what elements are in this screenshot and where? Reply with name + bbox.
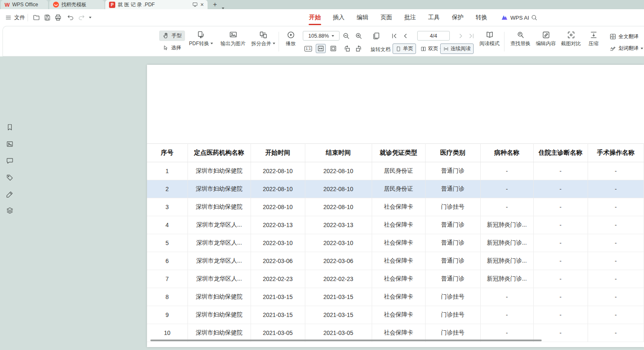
table-cell: 新冠肺炎门诊...: [480, 234, 533, 252]
undo-history-button[interactable]: [87, 13, 94, 22]
page-indicator-input[interactable]: 4/4: [417, 31, 450, 41]
new-tab-button[interactable]: +: [211, 0, 218, 9]
svg-text:A: A: [611, 35, 613, 38]
table-cell: -: [588, 288, 644, 306]
tab-convert[interactable]: 转换: [476, 9, 487, 26]
window-tab-docer[interactable]: 找稻壳模板: [49, 0, 104, 9]
tab-close-button[interactable]: ×: [200, 2, 204, 8]
tab-tools[interactable]: 工具: [428, 9, 440, 26]
table-row[interactable]: 5深圳市龙华区人...2022-03-102022-03-10社会保障卡普通门诊…: [147, 234, 644, 252]
hand-tool-button[interactable]: 手型: [159, 31, 185, 41]
wps-ai-button[interactable]: WPS AI: [499, 9, 531, 26]
print-button[interactable]: [53, 13, 63, 22]
tab-comment[interactable]: 批注: [404, 9, 416, 26]
sidebar-tags-button[interactable]: [5, 173, 14, 182]
table-row[interactable]: 7深圳市龙华区人...2022-02-232022-02-23社会保障卡普通门诊…: [147, 270, 644, 288]
tab-insert[interactable]: 插入: [333, 9, 345, 26]
table-header-row: 序号定点医药机构名称开始时间结束时间就诊凭证类型医疗类别病种名称住院主诊断名称手…: [147, 144, 644, 162]
split-merge-button[interactable]: 拆分合并: [248, 30, 278, 54]
table-cell: -: [533, 180, 588, 198]
find-replace-button[interactable]: 查找替换: [507, 30, 534, 54]
window-tab-document[interactable]: P 就 医 记 录 .PDF ×: [105, 0, 208, 9]
thumbnail-icon: [6, 140, 14, 148]
sidebar-thumbnails-button[interactable]: [5, 139, 14, 148]
rotate-left-button[interactable]: [342, 44, 352, 53]
table-cell: 深圳市妇幼保健院: [188, 306, 251, 324]
fit-page-button[interactable]: [328, 44, 338, 53]
table-row[interactable]: 4深圳市龙华区人...2022-03-132022-03-13社会保障卡普通门诊…: [147, 216, 644, 234]
table-cell: 6: [147, 252, 188, 270]
save-button[interactable]: [43, 13, 52, 22]
zoom-out-button[interactable]: [341, 31, 351, 41]
screenshot-compare-button[interactable]: 截图对比: [558, 30, 583, 54]
tab-page[interactable]: 页面: [380, 9, 392, 26]
word-translate-button[interactable]: A 划词翻译: [606, 43, 644, 54]
table-row[interactable]: 6深圳市龙华区人...2022-03-062022-03-06社会保障卡普通门诊…: [147, 252, 644, 270]
column-header: 开始时间: [251, 144, 305, 162]
single-page-button[interactable]: 单页: [393, 43, 416, 54]
file-menu-button[interactable]: 文件: [3, 9, 27, 26]
table-cell: 普通门诊: [425, 162, 480, 180]
sidebar-comments-button[interactable]: [5, 156, 14, 165]
prev-page-button[interactable]: [401, 31, 411, 41]
export-image-button[interactable]: 输出为图片: [217, 30, 249, 54]
open-file-button[interactable]: [32, 13, 41, 22]
horizontal-scrollbar[interactable]: [150, 340, 542, 341]
table-cell: -: [480, 288, 533, 306]
edit-content-button[interactable]: 编辑内容: [533, 30, 558, 54]
play-button[interactable]: 播放: [280, 30, 301, 54]
select-tool-button[interactable]: 选择: [159, 43, 185, 53]
zoom-level-select[interactable]: 105.88%: [303, 31, 340, 41]
actual-size-button[interactable]: 1:1: [303, 44, 313, 53]
table-row[interactable]: 3深圳市妇幼保健院2022-08-102022-08-10社会保障卡门诊挂号--…: [147, 198, 644, 216]
table-cell: -: [533, 216, 588, 234]
pdf-convert-label: PDF转换: [189, 41, 209, 46]
rotate-doc-label[interactable]: 旋转文档: [370, 46, 390, 53]
tab-home[interactable]: 开始: [309, 9, 321, 26]
search-button[interactable]: [530, 13, 539, 22]
window-tab-home[interactable]: W WPS Office: [1, 0, 48, 9]
compress-button[interactable]: 压缩: [583, 30, 603, 54]
pages-button[interactable]: [371, 31, 381, 41]
read-mode-button[interactable]: 阅读模式: [477, 30, 502, 54]
full-translate-button[interactable]: A文 全文翻译: [606, 31, 642, 42]
sidebar-layers-button[interactable]: [5, 206, 14, 215]
table-row[interactable]: 8深圳市妇幼保健院2021-03-152021-03-15社会保障卡门诊挂号--…: [147, 288, 644, 306]
zoom-in-button[interactable]: [354, 31, 364, 41]
table-row[interactable]: 1深圳市妇幼保健院2022-08-102022-08-10居民身份证普通门诊--…: [147, 162, 644, 180]
sidebar-annotate-button[interactable]: [5, 189, 14, 199]
last-page-button[interactable]: [467, 31, 477, 41]
table-cell: 社会保障卡: [372, 306, 425, 324]
rotate-right-button[interactable]: [353, 44, 363, 53]
window-tab-label: 就 医 记 录 .PDF: [118, 1, 190, 8]
next-page-button[interactable]: [456, 31, 466, 41]
undo-button[interactable]: [66, 13, 75, 22]
table-row[interactable]: 9深圳市妇幼保健院2021-03-152021-03-15社会保障卡门诊挂号--…: [147, 306, 644, 324]
wps-ai-label: WPS AI: [510, 15, 529, 21]
tab-edit[interactable]: 编辑: [357, 9, 368, 26]
table-cell: -: [480, 162, 533, 180]
table-cell: -: [588, 216, 644, 234]
redo-button[interactable]: [77, 13, 86, 22]
find-replace-icon: [516, 31, 525, 39]
edit-content-label: 编辑内容: [536, 41, 556, 46]
zoom-value: 105.88%: [308, 33, 329, 39]
table-cell: 2022-08-10: [305, 180, 372, 198]
pdf-page[interactable]: 序号定点医药机构名称开始时间结束时间就诊凭证类型医疗类别病种名称住院主诊断名称手…: [147, 65, 644, 347]
table-row[interactable]: 2深圳市妇幼保健院2022-08-102022-08-10居民身份证普通门诊--…: [147, 180, 644, 198]
sidebar-bookmark-button[interactable]: [5, 123, 14, 132]
table-cell: 社会保障卡: [372, 270, 425, 288]
monitor-icon[interactable]: [192, 2, 198, 8]
first-page-icon: [390, 32, 398, 40]
continuous-read-button[interactable]: 连续阅读: [440, 43, 474, 54]
pdf-convert-icon: [197, 31, 205, 39]
table-cell: -: [533, 288, 588, 306]
table-cell: 9: [147, 306, 188, 324]
zoom-out-icon: [342, 32, 350, 40]
pdf-convert-button[interactable]: PDF转换: [186, 30, 216, 54]
fit-width-button[interactable]: [316, 44, 326, 53]
first-page-button[interactable]: [389, 31, 399, 41]
play-label: 播放: [286, 41, 296, 46]
tab-protect[interactable]: 保护: [452, 9, 464, 26]
cursor-icon: [162, 45, 169, 51]
